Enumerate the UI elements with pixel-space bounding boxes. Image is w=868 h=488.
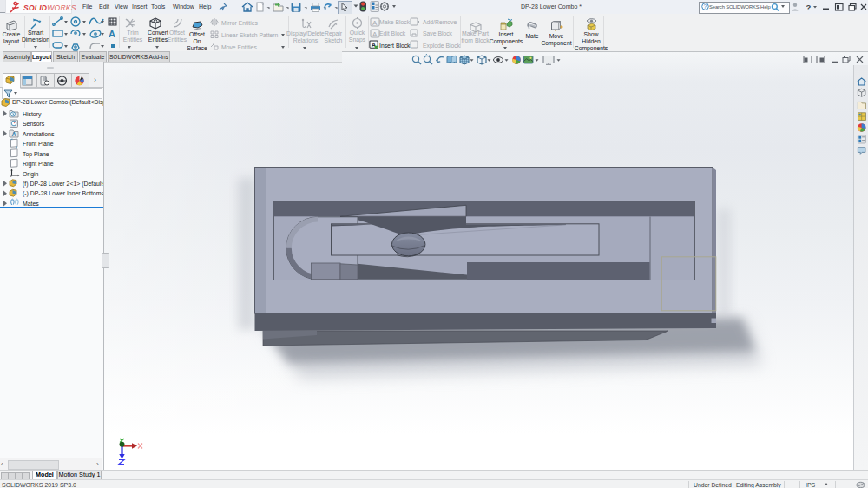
svg-text:Sensors: Sensors [23, 121, 45, 127]
svg-text:Top Plane: Top Plane [23, 151, 49, 158]
svg-text:(-) DP-28 Lower Inner Bottom<1: (-) DP-28 Lower Inner Bottom<1> [23, 190, 103, 197]
svg-text:Mates: Mates [23, 201, 39, 207]
svg-text:(f) DP-28 Lower 2<1> (Default<: (f) DP-28 Lower 2<1> (Default<<D [23, 181, 103, 188]
svg-text:A: A [12, 131, 16, 137]
svg-text:Front Plane: Front Plane [23, 141, 54, 147]
svg-text:Right Plane: Right Plane [23, 161, 54, 168]
svg-text:Origin: Origin [23, 171, 39, 178]
svg-text:DP-28 Lower Combo (Default<Di: DP-28 Lower Combo (Default<Displa [12, 99, 103, 106]
svg-text:History: History [23, 111, 42, 118]
svg-text:Annotations: Annotations [23, 131, 55, 137]
